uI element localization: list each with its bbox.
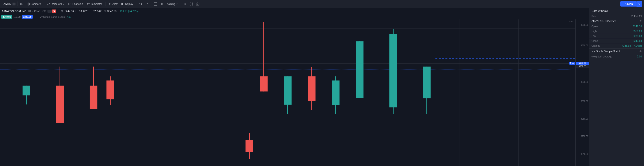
price-labels-row: 3240.00 102.20 3342.20 My Simple Sample … bbox=[0, 14, 589, 20]
high-label: H bbox=[76, 10, 78, 13]
exchange: Cboe BZX bbox=[34, 10, 46, 13]
svg-rect-39 bbox=[246, 140, 253, 152]
chart-type-icon[interactable] bbox=[19, 1, 25, 7]
price-tick-4: 3300.00 bbox=[581, 100, 588, 102]
chart-container: AMAZON COM INC 1D · Cboe BZX ☽ ◑ O 3242.… bbox=[0, 8, 589, 166]
sep4 bbox=[151, 2, 151, 6]
post-label: Post bbox=[569, 62, 575, 65]
change-value: +136.68 (+4.26%) bbox=[118, 10, 138, 13]
dw-wa-value: 7.00 bbox=[637, 55, 642, 58]
timeframe: 1D bbox=[28, 10, 31, 13]
alert-button[interactable]: Alert bbox=[107, 2, 120, 6]
ohlc-bar: AMAZON COM INC 1D · Cboe BZX ☽ ◑ O 3242.… bbox=[0, 8, 589, 14]
compare-button[interactable]: Compare bbox=[25, 2, 42, 6]
dw-open-row: Open 3242.36 bbox=[589, 24, 644, 29]
dw-close-row: Close 3342.88 bbox=[589, 39, 644, 44]
dw-high-row: High 3350.26 bbox=[589, 29, 644, 34]
svg-point-19 bbox=[185, 3, 186, 5]
indicators-button[interactable]: Indicators bbox=[45, 2, 66, 6]
currency-value: USD bbox=[570, 20, 574, 23]
replay-button[interactable]: Replay bbox=[120, 2, 134, 6]
svg-rect-29 bbox=[106, 80, 114, 99]
main-toolbar: AMZN D Compare Indicators bbox=[0, 0, 644, 8]
dw-change-label: Change bbox=[592, 44, 600, 47]
dw-symbol: AMZN, 1D, Cboe BZX bbox=[592, 20, 616, 23]
dw-symbol-row: AMZN, 1D, Cboe BZX 👁 bbox=[589, 18, 644, 24]
undo-button[interactable] bbox=[138, 1, 144, 7]
svg-rect-45 bbox=[423, 67, 430, 98]
dw-low-row: Low 3235.03 bbox=[589, 34, 644, 39]
publish-group: Publish bbox=[620, 1, 642, 7]
ticker-name[interactable]: AMZN bbox=[4, 2, 12, 6]
svg-rect-23 bbox=[22, 86, 30, 95]
templates-button[interactable]: Templates bbox=[86, 2, 104, 6]
open-value: 3242.36 bbox=[64, 10, 74, 13]
sep5 bbox=[180, 2, 181, 6]
crosshair-icon[interactable] bbox=[152, 1, 158, 7]
chart-canvas[interactable]: USD 3380.00 3360.00 3342.88 3320.00 3300… bbox=[0, 20, 589, 166]
templates-label: Templates bbox=[91, 3, 102, 6]
price-axis: 3380.00 3360.00 3342.88 3320.00 3300.00 … bbox=[576, 20, 589, 166]
training-label: training bbox=[167, 3, 175, 6]
main-layout: AMAZON COM INC 1D · Cboe BZX ☽ ◑ O 3242.… bbox=[0, 8, 644, 166]
currency-label: USD bbox=[570, 20, 574, 23]
financials-label: Financials bbox=[72, 3, 83, 6]
price-tick-7: 3240.00 bbox=[581, 153, 588, 155]
dw-header: Data Window bbox=[589, 8, 644, 14]
settings-icon[interactable] bbox=[182, 1, 188, 7]
price-tick-3: 3320.00 bbox=[581, 81, 588, 83]
theme-toggle[interactable]: ☽ ◑ bbox=[48, 10, 56, 13]
script-visibility-icon[interactable]: 👁 bbox=[639, 50, 642, 53]
magnet-icon[interactable] bbox=[159, 1, 165, 7]
svg-rect-31 bbox=[260, 76, 268, 92]
dw-low-label: Low bbox=[592, 35, 596, 38]
ticker-group: AMZN D bbox=[2, 2, 18, 6]
fullscreen-icon[interactable] bbox=[188, 1, 194, 7]
dw-close-label: Close bbox=[592, 40, 598, 43]
high-value: 3350.26 bbox=[79, 10, 88, 13]
dw-close-value: 3342.88 bbox=[633, 40, 642, 43]
dw-wa-row: weighted_average 7.00 bbox=[589, 54, 644, 59]
dw-script-name: My Simple Sample Script bbox=[592, 50, 620, 53]
price-tick-2: 3360.00 bbox=[581, 44, 588, 47]
low-value: 3235.03 bbox=[93, 10, 102, 13]
symbol-info: AMAZON COM INC 1D · Cboe BZX bbox=[2, 10, 46, 13]
dw-date-value: 01 Feb '21 bbox=[631, 15, 642, 17]
low-label: L bbox=[90, 10, 91, 13]
training-mode[interactable]: training bbox=[165, 2, 179, 6]
moon-icon: ☽ bbox=[48, 10, 52, 13]
svg-rect-11 bbox=[87, 3, 90, 5]
financials-button[interactable]: Financials bbox=[66, 2, 85, 6]
indicators-label: Indicators bbox=[51, 3, 62, 6]
dw-script-header: My Simple Sample Script 👁 bbox=[589, 48, 644, 54]
svg-rect-20 bbox=[196, 3, 199, 5]
dw-change-row: Change +136.68 (+4.26%) bbox=[589, 44, 644, 48]
current-price-box: 3342.88 bbox=[576, 62, 589, 65]
svg-rect-8 bbox=[68, 3, 71, 5]
svg-rect-35 bbox=[308, 76, 316, 101]
publish-button[interactable]: Publish bbox=[620, 1, 636, 7]
dw-change-value: +136.68 (+4.26%) bbox=[622, 44, 642, 47]
redo-button[interactable] bbox=[144, 1, 150, 7]
camera-icon[interactable] bbox=[195, 1, 201, 7]
svg-rect-43 bbox=[389, 34, 397, 107]
price-label-3: 3342.20 bbox=[22, 15, 33, 19]
dw-open-label: Open bbox=[592, 25, 598, 28]
svg-rect-37 bbox=[332, 80, 340, 105]
dw-open-value: 3242.36 bbox=[633, 25, 642, 28]
post-price-box: 3339.00 bbox=[576, 65, 589, 68]
publish-dropdown[interactable] bbox=[636, 1, 642, 7]
dw-wa-label: weighted_average bbox=[592, 55, 612, 58]
price-tick-5: 3280.00 bbox=[581, 118, 588, 120]
alert-label: Alert bbox=[112, 3, 118, 6]
svg-rect-16 bbox=[154, 3, 157, 6]
dw-high-value: 3350.26 bbox=[633, 30, 642, 33]
candlestick-chart bbox=[0, 20, 576, 166]
sep3 bbox=[136, 2, 136, 6]
symbol-full: AMAZON COM INC bbox=[2, 10, 26, 13]
ticker-type[interactable]: D bbox=[12, 3, 16, 6]
price-tick-6: 3260.00 bbox=[581, 135, 588, 137]
svg-marker-14 bbox=[122, 3, 124, 5]
visibility-icon[interactable]: 👁 bbox=[639, 20, 642, 23]
dw-title: Data Window bbox=[592, 9, 608, 13]
